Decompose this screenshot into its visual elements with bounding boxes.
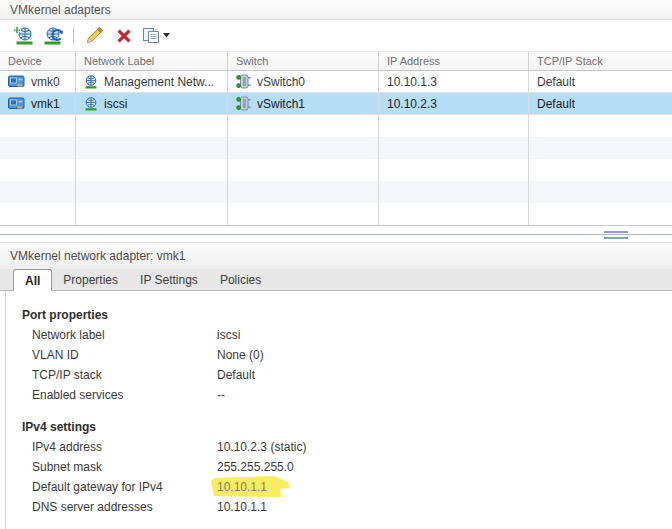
column-header-device[interactable]: Device (0, 52, 76, 70)
delete-x-icon (116, 28, 132, 44)
detail-value-highlighted: 10.10.1.1 (217, 477, 267, 497)
tab-properties[interactable]: Properties (52, 270, 129, 290)
vswitch-icon (236, 96, 251, 111)
empty-table-row (0, 203, 672, 225)
detail-row-ipv4-address: IPv4 address 10.10.2.3 (static) (22, 437, 672, 457)
network-globe-icon (84, 75, 98, 89)
toolbar-separator (73, 27, 74, 44)
table-row-vmk1-selected[interactable]: vmk1 iscsi (0, 93, 672, 115)
detail-value: -- (217, 385, 225, 405)
port-properties-section: Port properties Network label iscsi VLAN… (22, 305, 672, 405)
dropdown-caret-icon (163, 33, 170, 38)
tab-all[interactable]: All (13, 269, 52, 291)
cell-network-label: Management Netw... (76, 71, 228, 92)
detail-row-default-gateway: Default gateway for IPv4 10.10.1.1 (22, 477, 672, 497)
copy-icon (142, 27, 160, 44)
network-globe-icon (84, 97, 98, 111)
empty-table-row (0, 181, 672, 203)
detail-label: Subnet mask (22, 457, 217, 477)
cell-tcpip-stack: Default (529, 71, 672, 92)
table-row-vmk0[interactable]: vmk0 Management Netw... (0, 71, 672, 93)
toolbar (0, 20, 672, 51)
ipv4-settings-section: IPv4 settings IPv4 address 10.10.2.3 (st… (22, 417, 672, 517)
empty-table-row (0, 159, 672, 181)
tab-content-all: Port properties Network label iscsi VLAN… (5, 291, 672, 529)
tab-policies[interactable]: Policies (209, 270, 272, 290)
column-header-tcpip-stack[interactable]: TCP/IP Stack (529, 52, 672, 70)
detail-title-bar: VMkernel network adapter: vmk1 (0, 242, 672, 269)
detail-tabbar: All Properties IP Settings Policies (0, 269, 672, 291)
detail-value: 10.10.1.1 (217, 497, 267, 517)
empty-table-row (0, 137, 672, 159)
detail-label: Default gateway for IPv4 (22, 477, 217, 497)
column-header-switch[interactable]: Switch (228, 52, 379, 70)
detail-row-enabled-services: Enabled services -- (22, 385, 672, 405)
detail-row-tcpip-stack: TCP/IP stack Default (22, 365, 672, 385)
refresh-icon (43, 26, 64, 45)
detail-label: TCP/IP stack (22, 365, 217, 385)
cell-switch: vSwitch0 (228, 71, 379, 92)
horizontal-splitter[interactable] (0, 226, 672, 241)
pencil-icon (85, 27, 103, 45)
column-header-network-label[interactable]: Network Label (76, 52, 228, 70)
adapters-table: Device Network Label Switch IP Address T… (0, 51, 672, 226)
detail-label: DNS server addresses (22, 497, 217, 517)
cell-ip-address: 10.10.1.3 (379, 71, 529, 92)
detail-value: 10.10.2.3 (static) (217, 437, 306, 457)
edit-button[interactable] (81, 23, 107, 49)
detail-title: VMkernel network adapter: vmk1 (10, 249, 185, 263)
vmkernel-adapters-panel: VMkernel adapters (0, 0, 672, 529)
detail-row-subnet-mask: Subnet mask 255.255.255.0 (22, 457, 672, 477)
vmknic-icon (8, 97, 25, 110)
cell-device: vmk0 (0, 71, 76, 92)
cell-ip-address: 10.10.2.3 (379, 93, 529, 114)
vswitch-icon (236, 74, 251, 89)
section-heading: Port properties (22, 305, 672, 325)
column-header-ip-address[interactable]: IP Address (379, 52, 529, 70)
detail-value: None (0) (217, 345, 264, 365)
section-heading: IPv4 settings (22, 417, 672, 437)
vmknic-icon (8, 75, 25, 88)
detail-label: Network label (22, 325, 217, 345)
splitter-line (0, 234, 672, 235)
detail-row-network-label: Network label iscsi (22, 325, 672, 345)
detail-label: VLAN ID (22, 345, 217, 365)
refresh-button[interactable] (40, 23, 66, 49)
detail-row-vlan-id: VLAN ID None (0) (22, 345, 672, 365)
add-networking-button[interactable] (10, 23, 36, 49)
detail-value: Default (217, 365, 255, 385)
cell-device: vmk1 (0, 93, 76, 114)
copy-button[interactable] (141, 23, 171, 49)
detail-value: 255.255.255.0 (217, 457, 294, 477)
detail-label: IPv4 address (22, 437, 217, 457)
detail-row-dns-servers: DNS server addresses 10.10.1.1 (22, 497, 672, 517)
remove-button[interactable] (111, 23, 137, 49)
panel-title: VMkernel adapters (10, 3, 111, 17)
cell-network-label: iscsi (76, 93, 228, 114)
cell-tcpip-stack: Default (529, 93, 672, 114)
detail-value: iscsi (217, 325, 240, 345)
tab-ip-settings[interactable]: IP Settings (129, 270, 209, 290)
detail-label: Enabled services (22, 385, 217, 405)
empty-table-row (0, 115, 672, 137)
add-networking-icon (13, 26, 34, 45)
cell-switch: vSwitch1 (228, 93, 379, 114)
panel-title-bar: VMkernel adapters (0, 0, 672, 20)
table-header-row: Device Network Label Switch IP Address T… (0, 51, 672, 71)
